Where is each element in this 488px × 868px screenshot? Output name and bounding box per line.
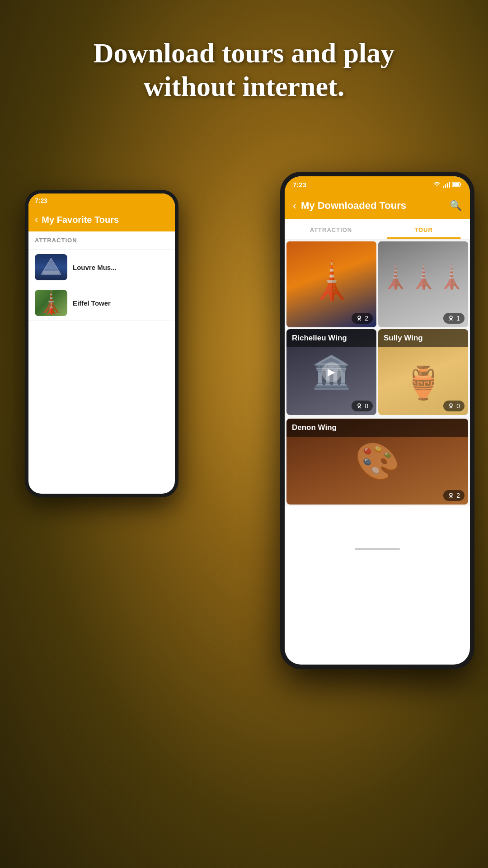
tab-attraction-label: ATTRACTION — [310, 226, 352, 233]
battery-icon — [452, 182, 462, 187]
marker-icon — [448, 315, 454, 321]
back-arrow-icon[interactable]: ‹ — [35, 214, 38, 226]
phone-bg-title: My Favorite Tours — [42, 215, 119, 225]
search-icon[interactable]: 🔍 — [450, 200, 462, 212]
svg-point-10 — [450, 316, 452, 319]
grid-item-denon[interactable]: Denon Wing 🎨 2 — [286, 419, 468, 505]
sully-visual: 🏺 — [404, 364, 443, 401]
marker-icon — [448, 492, 454, 499]
list-item[interactable]: 🗼 Eiffel Tower — [28, 285, 175, 321]
svg-rect-3 — [445, 184, 446, 188]
svg-rect-7 — [460, 184, 462, 186]
phone-bg-header: ‹ My Favorite Tours — [28, 208, 175, 231]
bottom-spacer — [285, 506, 470, 542]
play-button[interactable]: ▶ — [322, 362, 342, 382]
headline-line2: without internet. — [144, 71, 344, 102]
tab-attraction[interactable]: ATTRACTION — [285, 219, 377, 239]
grid-item-sully[interactable]: Sully Wing 🏺 0 — [378, 329, 468, 415]
sully-count: 0 — [456, 402, 460, 410]
phone-background: 7:23 ‹ My Favorite Tours ATTRACTION Louv… — [25, 190, 178, 497]
svg-point-11 — [358, 404, 361, 406]
phone-bg-screen: 7:23 ‹ My Favorite Tours ATTRACTION Louv… — [28, 193, 175, 494]
svg-rect-4 — [447, 183, 448, 188]
svg-rect-5 — [449, 182, 450, 188]
wifi-icon — [433, 181, 441, 188]
sully-count-badge: 0 — [443, 401, 465, 411]
middle-floor-count: 1 — [456, 315, 460, 322]
phone-bg-time: 7:23 — [35, 197, 47, 204]
main-back-arrow-icon[interactable]: ‹ — [293, 199, 296, 212]
list-item[interactable]: Louvre Mus... — [28, 250, 175, 285]
home-indicator — [355, 548, 400, 550]
denon-count-badge: 2 — [443, 490, 465, 501]
phone-main-time: 7:23 — [293, 181, 306, 189]
denon-section: Denon Wing 🎨 2 — [285, 417, 470, 506]
louvre-name: Louvre Mus... — [73, 264, 117, 271]
richelieu-count-badge: 0 — [352, 401, 373, 411]
marker-icon — [356, 403, 362, 409]
svg-rect-2 — [443, 186, 444, 188]
phone-bg-tab-bar: ATTRACTION — [28, 231, 175, 250]
svg-rect-1 — [43, 271, 59, 274]
middle-floor-visual: 🗼🗼🗼 — [378, 241, 468, 290]
phone-main-screen: 7:23 — [285, 176, 470, 665]
grid-item-top-floor[interactable]: Top Floor 🗼 2 — [286, 241, 376, 327]
denon-visual: 🎨 — [355, 440, 400, 483]
phone-main: 7:23 — [280, 172, 474, 669]
marker-icon — [356, 315, 362, 321]
home-indicator-bar — [285, 542, 470, 555]
svg-rect-8 — [453, 183, 459, 186]
signal-icon — [443, 181, 450, 188]
phone-main-header: ‹ My Downloaded Tours 🔍 — [285, 193, 470, 219]
svg-point-9 — [358, 316, 361, 319]
middle-floor-count-badge: 1 — [443, 313, 465, 324]
eiffel-name: Eiffel Tower — [73, 299, 111, 307]
marker-icon — [448, 403, 454, 409]
top-floor-count-badge: 2 — [352, 313, 373, 324]
top-floor-count: 2 — [365, 315, 368, 322]
eiffel-icon: 🗼 — [35, 290, 67, 316]
status-icons — [433, 181, 462, 188]
grid-item-richelieu[interactable]: Richelieu Wing 🏛️ ▶ 0 — [286, 329, 376, 415]
louvre-thumbnail — [35, 254, 67, 280]
header-left: ‹ My Downloaded Tours — [293, 199, 406, 212]
headline-line1: Download tours and play — [94, 38, 395, 68]
tab-tour-label: TOUR — [414, 226, 433, 233]
phone-main-status-bar: 7:23 — [285, 176, 470, 193]
headline: Download tours and play without internet… — [0, 0, 488, 104]
grid-item-middle-floor[interactable]: Middle Floor 🗼🗼🗼 1 — [378, 241, 468, 327]
svg-point-12 — [450, 404, 452, 406]
svg-point-13 — [450, 493, 452, 496]
eiffel-thumbnail: 🗼 — [35, 290, 67, 316]
phone-bg-tab-label[interactable]: ATTRACTION — [35, 237, 77, 244]
tab-tour[interactable]: TOUR — [377, 219, 470, 239]
denon-bg: 🎨 — [286, 419, 468, 505]
eiffel-visual: 🗼 — [286, 241, 376, 302]
tours-grid: Top Floor 🗼 2 Middle Floor 🗼🗼🗼 — [285, 240, 470, 417]
richelieu-count: 0 — [365, 402, 368, 410]
phone-bg-status-bar: 7:23 — [28, 193, 175, 208]
denon-count: 2 — [456, 492, 460, 499]
phone-main-title: My Downloaded Tours — [301, 200, 406, 212]
phone-main-tab-bar: ATTRACTION TOUR — [285, 219, 470, 240]
